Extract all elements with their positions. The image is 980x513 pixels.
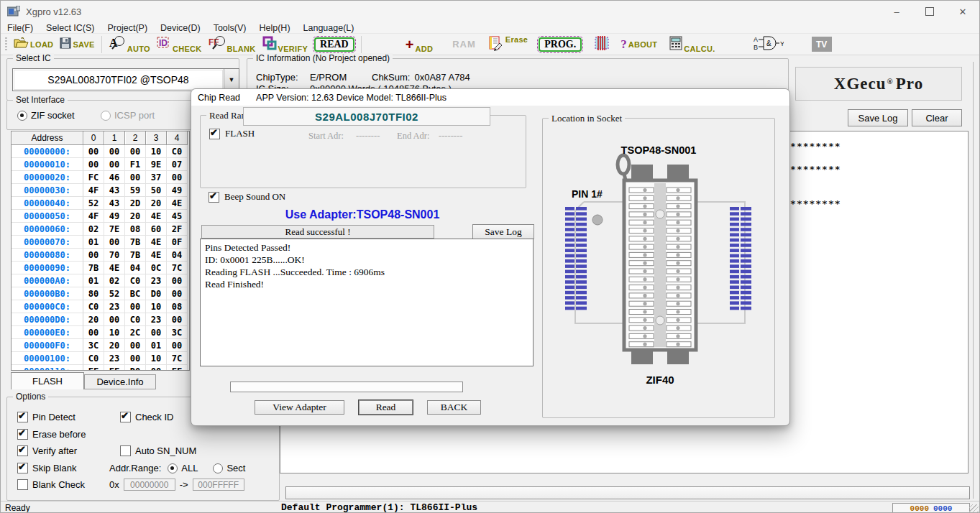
addr-range-sect-radio[interactable] — [213, 463, 223, 473]
hex-byte[interactable]: C0 — [83, 352, 104, 365]
hex-byte[interactable]: 4E — [146, 249, 167, 262]
add-button[interactable]: + ADD — [406, 34, 433, 55]
hex-byte[interactable]: 00 — [167, 274, 188, 287]
hex-byte[interactable]: 49 — [167, 184, 188, 197]
view-adapter-button[interactable]: View Adapter — [255, 400, 344, 415]
hex-row[interactable]: 00000060:027E08602F — [12, 223, 189, 236]
logic-gate-button[interactable]: AB&Y — [754, 34, 784, 55]
minimize-icon[interactable]: – — [880, 1, 913, 22]
hex-byte[interactable]: 20 — [104, 339, 125, 352]
hex-byte[interactable]: 00 — [83, 249, 104, 262]
icsp-port-radio[interactable]: ICSP port — [101, 110, 155, 121]
load-button[interactable]: LOAD — [14, 34, 53, 55]
menu-item-toolsv[interactable]: Tools(V) — [207, 23, 253, 33]
hex-byte[interactable]: 00 — [104, 236, 125, 249]
hex-byte[interactable]: 20 — [125, 210, 146, 223]
hex-row[interactable]: 000000C0:C023001008 — [12, 300, 189, 313]
hex-byte[interactable]: 00 — [167, 287, 188, 300]
toolbar-grip[interactable] — [5, 37, 7, 52]
hex-byte[interactable]: 00 — [167, 171, 188, 184]
menu-item-helph[interactable]: Help(H) — [252, 23, 296, 33]
hex-row[interactable]: 000000F0:3C20000100 — [12, 339, 189, 352]
range-start-input[interactable]: 00000000 — [124, 479, 175, 491]
dialog-title-bar[interactable]: Chip Read APP Version: 12.63 Device Mode… — [191, 89, 789, 106]
verify-after-checkbox[interactable]: Verify after — [17, 445, 77, 456]
hex-byte[interactable]: 20 — [146, 197, 167, 210]
hex-row[interactable]: 00000000:00000010C0 — [12, 145, 189, 158]
hex-byte[interactable]: 37 — [146, 171, 167, 184]
blank-check-checkbox[interactable]: Blank Check — [17, 479, 85, 490]
dialog-log[interactable]: Pins Detected Passed!ID: 0x0001 225B....… — [200, 239, 533, 366]
hex-byte[interactable]: 10 — [104, 326, 125, 339]
menu-item-filef[interactable]: File(F) — [1, 23, 40, 33]
hex-byte[interactable]: 7C — [167, 262, 188, 274]
hex-byte[interactable]: 02 — [104, 274, 125, 287]
hex-row[interactable]: 00000110:FFFFD000FF — [12, 365, 189, 371]
hex-row[interactable]: 00000030:4F43595049 — [12, 184, 189, 197]
read-button[interactable]: READ — [314, 34, 354, 55]
hex-byte[interactable]: 3C — [167, 326, 188, 339]
hex-row[interactable]: 00000080:00707B4E04 — [12, 249, 189, 262]
erase-before-checkbox[interactable]: Erase before — [17, 429, 86, 440]
hex-byte[interactable]: 23 — [104, 352, 125, 365]
hex-header-cell[interactable]: 3 — [146, 131, 167, 145]
chip-button[interactable] — [592, 34, 611, 55]
dialog-save-log-button[interactable]: Save Log — [472, 224, 534, 239]
hex-byte[interactable]: 04 — [167, 249, 188, 262]
hex-byte[interactable]: 52 — [83, 197, 104, 210]
hex-byte[interactable]: 00 — [167, 313, 188, 326]
hex-byte[interactable]: 10 — [146, 145, 167, 158]
resize-grip[interactable] — [969, 504, 979, 513]
beep-sound-checkbox[interactable]: Beep Sound ON — [209, 191, 285, 203]
hex-header-cell[interactable]: Address — [12, 131, 83, 145]
hex-byte[interactable]: 0F — [167, 236, 188, 249]
hex-byte[interactable]: 7C — [167, 352, 188, 365]
clear-button[interactable]: Clear — [912, 109, 962, 126]
hex-row[interactable]: 000000B0:8052BCD000 — [12, 287, 189, 300]
hex-row[interactable]: 000000A0:0102C02300 — [12, 274, 189, 287]
hex-byte[interactable]: FF — [167, 365, 188, 371]
hex-byte[interactable]: 00 — [83, 145, 104, 158]
hex-row[interactable]: 00000010:0000F19E07 — [12, 158, 189, 171]
hex-byte[interactable]: 50 — [146, 184, 167, 197]
hex-byte[interactable]: 7E — [104, 223, 125, 236]
hex-byte[interactable]: 00 — [83, 158, 104, 171]
hex-row[interactable]: 00000070:01007B4E0F — [12, 236, 189, 249]
hex-byte[interactable]: 45 — [167, 210, 188, 223]
hex-byte[interactable]: 00 — [167, 339, 188, 352]
hex-byte[interactable]: 01 — [146, 339, 167, 352]
hex-byte[interactable]: C0 — [167, 145, 188, 158]
hex-editor[interactable]: Address01234 00000000:00000010C000000010… — [11, 131, 190, 371]
hex-row[interactable]: 00000090:7B4E040C7C — [12, 262, 189, 274]
hex-byte[interactable]: 70 — [104, 249, 125, 262]
hex-byte[interactable]: 2D — [125, 197, 146, 210]
check-button[interactable]: ID CHECK — [157, 34, 202, 55]
title-bar[interactable]: Xgpro v12.63 – ✕ — [1, 1, 979, 22]
hex-byte[interactable]: 43 — [104, 197, 125, 210]
verify-button[interactable]: VERIFY — [262, 34, 308, 55]
prog-button[interactable]: PROG. — [539, 34, 582, 55]
hex-byte[interactable]: 4F — [83, 210, 104, 223]
save-button[interactable]: SAVE — [60, 34, 94, 55]
hex-byte[interactable]: 00 — [104, 313, 125, 326]
hex-byte[interactable]: 7B — [125, 236, 146, 249]
dialog-read-button[interactable]: Read — [359, 400, 413, 415]
close-icon[interactable]: ✕ — [946, 1, 979, 22]
hex-byte[interactable]: 00 — [125, 145, 146, 158]
hex-byte[interactable]: D0 — [146, 287, 167, 300]
hex-byte[interactable]: 00 — [146, 326, 167, 339]
flash-checkbox[interactable]: FLASH — [209, 128, 255, 139]
auto-sn-checkbox[interactable]: Auto SN_NUM — [120, 445, 196, 456]
hex-byte[interactable]: FF — [83, 365, 104, 371]
auto-button[interactable]: A AUTO — [109, 34, 150, 55]
about-button[interactable]: ? ABOUT — [620, 34, 657, 55]
hex-byte[interactable]: 4E — [104, 262, 125, 274]
hex-byte[interactable]: 00 — [125, 171, 146, 184]
hex-byte[interactable]: 60 — [146, 223, 167, 236]
zif-socket-radio[interactable]: ZIF socket — [17, 110, 75, 121]
hex-byte[interactable]: 4E — [167, 197, 188, 210]
calcu-button[interactable]: CALCU. — [669, 34, 715, 55]
hex-byte[interactable]: 46 — [104, 171, 125, 184]
hex-byte[interactable]: FC — [83, 171, 104, 184]
hex-row[interactable]: 000000E0:00102C003C — [12, 326, 189, 339]
